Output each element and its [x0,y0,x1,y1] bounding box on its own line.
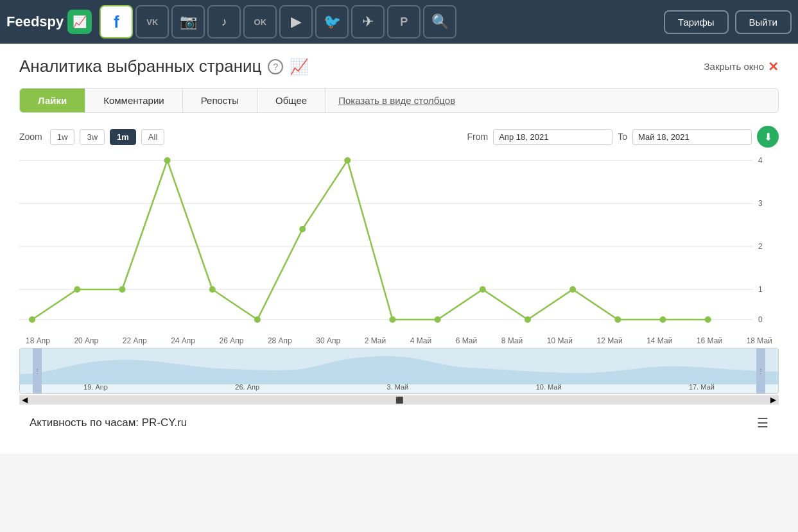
x-label-4: 26 Апр [220,336,244,345]
bottom-bar: Активность по часам: PR-CY.ru ☰ [19,404,779,441]
svg-point-19 [435,316,441,323]
svg-point-16 [299,226,306,232]
svg-point-11 [74,286,80,293]
nav-label-3: 10. Май [536,383,562,391]
logo: Feedspy 📈 [6,10,92,34]
logo-text: Feedspy [6,13,64,30]
to-date-input[interactable] [632,129,752,145]
navigator[interactable]: ⋮ ⋮ 19. Апр 26. Апр 3. Май 10. Май 17. М… [19,348,779,394]
scroll-handle[interactable]: ⬛ [395,397,403,404]
close-x-icon: ✕ [768,59,779,74]
nav-twitter[interactable]: 🐦 [315,5,349,39]
zoom-3w[interactable]: 3w [80,129,105,145]
navigator-svg [20,348,778,384]
zoom-label: Zoom [19,132,42,142]
nav-youtube[interactable]: ▶ [279,5,313,39]
help-icon[interactable]: ? [268,59,283,74]
svg-point-21 [525,316,531,323]
chart-controls: Zoom 1w 3w 1m All From To ⬇ [19,126,779,148]
tab-reposts[interactable]: Репосты [183,89,257,112]
hamburger-menu-icon[interactable]: ☰ [757,415,768,431]
exit-button[interactable]: Выйти [735,10,792,34]
scroll-right-arrow[interactable]: ▶ [768,395,779,404]
zoom-all[interactable]: All [141,129,164,145]
svg-point-23 [614,316,621,323]
from-date-input[interactable] [493,129,612,145]
nav-telegram[interactable]: ✈ [351,5,385,39]
svg-text:3: 3 [758,199,763,208]
x-label-2: 22 Апр [123,336,147,345]
svg-point-22 [569,286,576,293]
x-label-14: 16 Май [697,336,722,345]
nav-tiktok[interactable]: ♪ [207,5,241,39]
x-axis-labels: 18 Апр 20 Апр 22 Апр 24 Апр 26 Апр 28 Ап… [19,336,779,345]
svg-text:4: 4 [758,156,763,165]
svg-point-24 [660,316,666,323]
chart-wrapper: 4 3 2 1 0 18 Апр [19,154,779,345]
svg-point-25 [705,316,711,323]
main-chart: 4 3 2 1 0 [19,154,779,334]
page-title: Аналитика выбранных страниц [19,56,261,76]
x-label-1: 20 Апр [74,336,98,345]
x-label-15: 18 Май [747,336,772,345]
zoom-1w[interactable]: 1w [50,129,75,145]
x-label-12: 12 Май [596,336,622,345]
tab-likes[interactable]: Лайки [20,89,85,112]
svg-point-18 [389,316,395,323]
header: Feedspy 📈 f VK 📷 ♪ OK ▶ 🐦 ✈ P 🔍 Тарифы В… [0,0,798,44]
logo-icon: 📈 [67,10,92,34]
nav-label-4: 17. Май [689,383,715,391]
to-label: To [618,132,627,142]
x-label-11: 10 Май [547,336,573,345]
x-label-8: 4 Май [410,336,432,345]
zoom-1m[interactable]: 1m [110,129,136,145]
x-label-0: 18 Апр [26,336,50,345]
activity-text: Активность по часам: PR-CY.ru [30,416,187,429]
close-button[interactable]: Закрыть окно ✕ [704,59,779,74]
nav-label-2: 3. Май [386,383,408,391]
svg-point-12 [119,286,125,293]
nav-vk[interactable]: VK [135,5,169,39]
nav-instagram[interactable]: 📷 [171,5,205,39]
scroll-left-arrow[interactable]: ◀ [19,395,30,404]
svg-point-15 [254,316,261,323]
x-label-5: 28 Апр [268,336,292,345]
svg-point-17 [344,157,351,164]
nav-search[interactable]: 🔍 [423,5,456,39]
tab-general[interactable]: Общее [257,89,325,112]
svg-point-13 [164,157,171,164]
svg-point-10 [29,316,35,323]
tariffs-button[interactable]: Тарифы [664,10,729,34]
svg-text:1: 1 [758,285,763,294]
main-content: Аналитика выбранных страниц ? 📈 Закрыть … [0,44,798,454]
nav-pinterest[interactable]: P [387,5,421,39]
x-label-7: 2 Май [365,336,386,345]
x-label-10: 8 Май [501,336,523,345]
page-title-row: Аналитика выбранных страниц ? 📈 Закрыть … [19,56,779,76]
nav-label-1: 26. Апр [235,383,259,391]
close-label: Закрыть окно [704,61,764,72]
x-label-3: 24 Апр [171,336,195,345]
x-label-13: 14 Май [646,336,672,345]
svg-point-14 [209,286,216,293]
from-label: From [467,132,489,142]
nav-odnoklassniki[interactable]: OK [243,5,277,39]
navigator-labels: 19. Апр 26. Апр 3. Май 10. Май 17. Май [20,383,778,391]
scrollbar[interactable]: ◀ ⬛ ▶ [19,395,779,404]
svg-text:2: 2 [758,242,763,251]
download-button[interactable]: ⬇ [757,126,779,148]
chart-trend-icon: 📈 [290,58,309,76]
page-title-left: Аналитика выбранных страниц ? 📈 [19,56,309,76]
tab-comments[interactable]: Комментарии [85,89,182,112]
range-section: From To ⬇ [467,126,779,148]
nav-label-0: 19. Апр [83,383,108,391]
nav-facebook[interactable]: f [100,5,133,39]
tabs-row: Лайки Комментарии Репосты Общее Показать… [19,88,779,113]
show-columns-button[interactable]: Показать в виде столбцов [338,95,455,106]
svg-text:0: 0 [758,315,763,324]
svg-point-20 [480,286,486,293]
x-label-6: 30 Апр [316,336,340,345]
x-label-9: 6 Май [456,336,478,345]
